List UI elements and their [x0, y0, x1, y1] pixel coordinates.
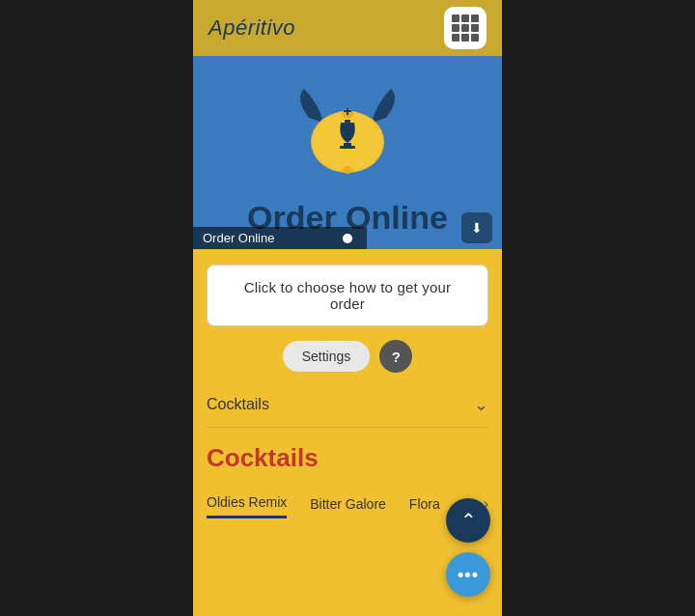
tab-bitter-galore[interactable]: Bitter Galore — [310, 490, 386, 518]
svg-rect-6 — [340, 146, 355, 149]
cocktails-dropdown[interactable]: Cocktails ⌄ — [207, 382, 488, 428]
settings-row: Settings ? — [207, 340, 488, 373]
download-button[interactable]: ⬇ — [461, 212, 492, 243]
hero-section: Order Online Order Online ⬇ — [193, 56, 502, 249]
cocktails-heading: Cocktails — [207, 443, 488, 473]
grid-icon — [452, 14, 479, 42]
app-title: Apéritivo — [208, 15, 295, 41]
tab-flora[interactable]: Flora — [409, 490, 440, 518]
help-button[interactable]: ? — [379, 340, 412, 373]
svg-rect-8 — [344, 110, 351, 112]
fab-area: ⌃ ••• — [446, 498, 490, 597]
cocktails-dropdown-label: Cocktails — [207, 396, 269, 413]
tab-oldies-remix[interactable]: Oldies Remix — [207, 489, 287, 518]
indicator-bar — [193, 234, 502, 249]
carousel-dot — [343, 234, 352, 243]
more-options-fab[interactable]: ••• — [446, 552, 490, 597]
grid-menu-button[interactable] — [444, 7, 486, 49]
scroll-up-fab[interactable]: ⌃ — [446, 498, 490, 543]
settings-button[interactable]: Settings — [283, 341, 371, 372]
svg-rect-4 — [345, 120, 350, 123]
phone-frame: Apéritivo — [193, 0, 502, 616]
header: Apéritivo — [193, 0, 502, 56]
lemon-illustration — [285, 70, 410, 195]
svg-point-3 — [343, 166, 352, 174]
svg-rect-5 — [344, 143, 351, 146]
chevron-up-icon: ⌃ — [460, 509, 477, 532]
chevron-down-icon: ⌄ — [474, 394, 488, 415]
order-method-button[interactable]: Click to choose how to get your order — [207, 265, 488, 326]
